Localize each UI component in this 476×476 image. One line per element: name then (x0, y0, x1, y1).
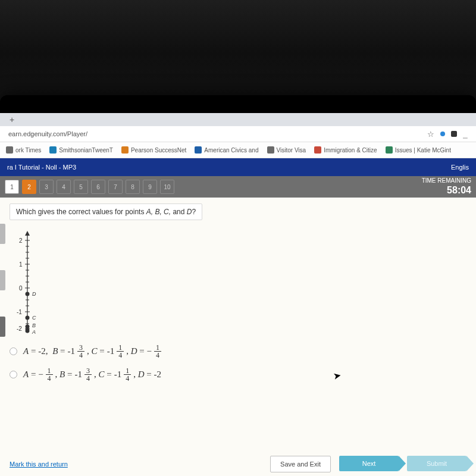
side-tab[interactable] (0, 224, 5, 244)
bookmark-item[interactable]: American Civics and (195, 146, 258, 154)
question-nav-6[interactable]: 6 (91, 180, 105, 194)
svg-marker-1 (25, 231, 30, 236)
bookmark-item[interactable]: SmithsonianTweenT (49, 146, 113, 154)
bookmark-item[interactable]: Visitor Visa (267, 146, 306, 154)
svg-point-27 (26, 325, 30, 329)
mark-return-link[interactable]: Mark this and return (10, 461, 68, 468)
question-nav: 1 2 3 4 5 6 7 8 9 10 TIME REMAINING 58:0… (0, 176, 476, 198)
question-text: Which gives the correct values for point… (10, 203, 202, 220)
question-nav-1[interactable]: 1 (5, 180, 19, 194)
side-tab[interactable] (0, 317, 5, 337)
favicon-icon (49, 146, 57, 154)
svg-text:D: D (32, 291, 36, 297)
url-text: earn.edgenuity.com/Player/ (8, 130, 87, 137)
bookmarks-bar: ork Times SmithsonianTweenT Pearson Succ… (0, 142, 476, 158)
svg-text:-2: -2 (17, 325, 22, 332)
timer-label: TIME REMAINING (422, 177, 471, 184)
svg-text:1: 1 (19, 261, 23, 268)
number-line-figure: 2 1 0 -1 -2 D C B A (15, 228, 466, 336)
bookmark-item[interactable]: Pearson SuccessNet (121, 146, 186, 154)
bookmark-star-icon[interactable]: ☆ (427, 130, 434, 139)
svg-text:C: C (32, 315, 36, 321)
favicon-icon (195, 146, 202, 154)
bookmark-item[interactable]: Issues | Katie McGint (386, 146, 451, 154)
svg-text:0: 0 (19, 285, 23, 292)
question-nav-8[interactable]: 8 (126, 180, 140, 194)
new-tab-button[interactable]: + (5, 115, 19, 124)
favicon-icon (6, 146, 13, 154)
answer-option-a[interactable]: A = -2, B = -1 34 , C = -1 14 , D = − 14 (10, 344, 466, 359)
question-nav-5[interactable]: 5 (74, 180, 88, 194)
svg-text:2: 2 (19, 237, 23, 244)
bookmark-item[interactable]: Immigration & Citize (314, 146, 377, 154)
svg-text:A: A (32, 329, 36, 335)
favicon-icon (121, 146, 129, 154)
favicon-icon (267, 146, 274, 154)
browser-tabstrip: + (0, 113, 476, 126)
svg-point-25 (26, 316, 30, 320)
question-nav-9[interactable]: 9 (143, 180, 157, 194)
radio-icon[interactable] (10, 371, 17, 378)
answer-options: A = -2, B = -1 34 , C = -1 14 , D = − 14… (10, 344, 466, 382)
favicon-icon (314, 146, 321, 154)
extension-icon[interactable] (440, 131, 445, 136)
radio-icon[interactable] (10, 347, 17, 355)
svg-text:-1: -1 (17, 309, 22, 315)
course-title: ra I Tutorial - Noll - MP3 (7, 164, 76, 171)
next-button[interactable]: Next (339, 456, 399, 471)
profile-icon[interactable]: ⎯ (463, 130, 468, 139)
svg-point-29 (26, 329, 30, 333)
question-nav-10[interactable]: 10 (160, 180, 174, 194)
course-header: ra I Tutorial - Noll - MP3 Englis (0, 158, 476, 176)
language-label[interactable]: Englis (451, 164, 469, 171)
address-bar[interactable]: earn.edgenuity.com/Player/ ☆ ⎯ (0, 126, 476, 142)
footer: Mark this and return Save and Exit Next … (10, 456, 466, 472)
timer: TIME REMAINING 58:04 (422, 177, 471, 196)
save-exit-button[interactable]: Save and Exit (270, 456, 331, 472)
side-tab[interactable] (0, 270, 5, 290)
favicon-icon (386, 146, 393, 154)
svg-text:B: B (32, 322, 36, 328)
svg-point-23 (26, 292, 30, 296)
content-area: Which gives the correct values for point… (0, 198, 476, 476)
question-numbers: 1 2 3 4 5 6 7 8 9 10 (5, 180, 174, 194)
screen: + earn.edgenuity.com/Player/ ☆ ⎯ ork Tim… (0, 113, 476, 476)
answer-option-b[interactable]: A = − 14 , B = -1 34 , C = -1 14 , D = -… (10, 367, 466, 382)
extension-icon-2[interactable] (451, 131, 457, 137)
question-nav-2[interactable]: 2 (22, 180, 36, 194)
option-a-math: A = -2, B = -1 34 , C = -1 14 , D = − 14 (23, 344, 161, 359)
question-nav-4[interactable]: 4 (57, 180, 71, 194)
side-tabs (0, 198, 6, 447)
question-nav-3[interactable]: 3 (39, 180, 54, 194)
timer-value: 58:04 (422, 184, 471, 196)
question-nav-7[interactable]: 7 (108, 180, 123, 194)
submit-button[interactable]: Submit (407, 456, 466, 471)
bookmark-item[interactable]: ork Times (6, 146, 41, 154)
option-b-math: A = − 14 , B = -1 34 , C = -1 14 , D = -… (23, 367, 161, 382)
